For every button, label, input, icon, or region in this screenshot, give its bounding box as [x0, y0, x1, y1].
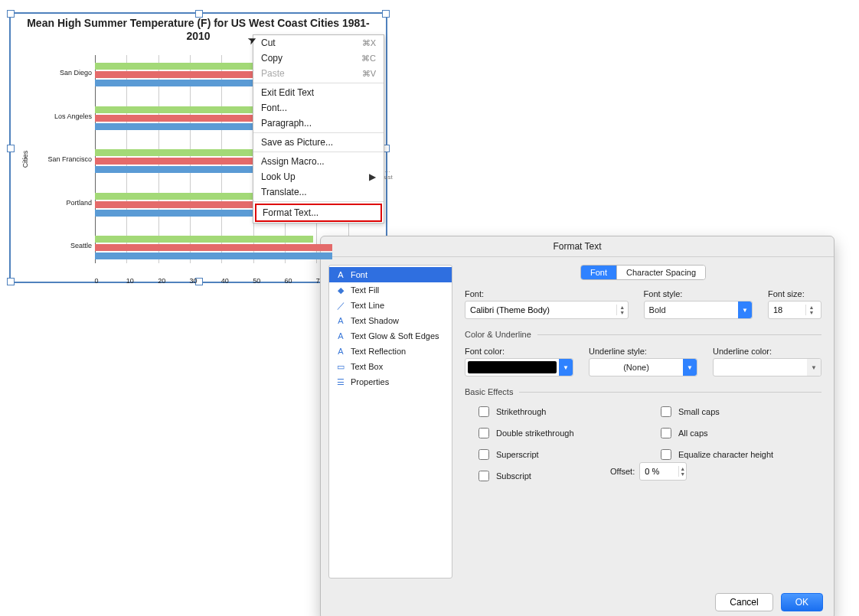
- label-font-size: Font size:: [768, 289, 821, 298]
- shadow-icon: A: [335, 315, 346, 326]
- category-label: Los Angeles: [38, 112, 95, 120]
- underline-style-dropdown[interactable]: (None) ▼: [589, 358, 697, 376]
- category-label: Portland: [38, 199, 95, 207]
- menu-item-cut[interactable]: Cut⌘X: [253, 35, 384, 51]
- cancel-button[interactable]: Cancel: [715, 593, 772, 611]
- section-heading-color-underline: Color & Underline: [465, 330, 821, 339]
- label-underline-style: Underline style:: [589, 347, 697, 356]
- font-color-dropdown[interactable]: ▼: [465, 358, 573, 376]
- chevron-down-icon: ▼: [738, 301, 752, 318]
- sidebar-item-label: Text Reflection: [351, 347, 406, 356]
- dialog-main: Font Character Spacing Font: ▲▼ Font sty…: [452, 257, 834, 586]
- fill-icon: ◆: [335, 285, 346, 295]
- format-text-dialog: Format Text AFont◆Text Fill／Text LineATe…: [320, 236, 835, 616]
- label-offset: Offset:: [610, 467, 635, 476]
- category-label: San Francisco: [38, 155, 95, 163]
- resize-handle[interactable]: [7, 278, 15, 285]
- y-axis-label: Cities: [21, 151, 29, 168]
- textbox-icon: ▭: [335, 361, 346, 372]
- submenu-arrow-icon: ▶: [369, 171, 376, 182]
- tab-font[interactable]: Font: [581, 266, 616, 279]
- glow-icon: A: [335, 331, 346, 341]
- context-menu: ➤ Cut⌘X Copy⌘C Paste⌘V Exit Edit Text Fo…: [253, 34, 384, 223]
- sidebar-item-text-glow-soft-edges[interactable]: AText Glow & Soft Edges: [329, 328, 452, 344]
- sidebar-item-label: Text Fill: [351, 285, 379, 295]
- menu-item-format-text[interactable]: Format Text...: [255, 204, 382, 222]
- line-icon: ／: [335, 300, 346, 311]
- label-font-color: Font color:: [465, 347, 573, 356]
- menu-separator: [253, 83, 384, 83]
- offset-input[interactable]: ▲▼: [639, 462, 687, 481]
- menu-item-assign-macro[interactable]: Assign Macro...: [253, 154, 384, 169]
- sidebar-item-label: Text Box: [351, 362, 383, 371]
- chevron-down-icon: ▼: [559, 359, 573, 376]
- checkbox-equalize-height[interactable]: Equalize character height: [658, 447, 821, 462]
- bar[interactable]: [95, 253, 332, 259]
- checkbox-double-strikethrough[interactable]: Double strikethrough: [475, 425, 639, 441]
- sidebar-item-text-fill[interactable]: ◆Text Fill: [329, 282, 452, 298]
- sidebar: AFont◆Text Fill／Text LineAText ShadowATe…: [328, 265, 452, 579]
- menu-item-copy[interactable]: Copy⌘C: [253, 51, 384, 66]
- menu-item-exit-edit-text[interactable]: Exit Edit Text: [253, 85, 384, 100]
- properties-icon: ☰: [335, 376, 346, 387]
- font-size-input[interactable]: ▲▼: [768, 301, 821, 319]
- menu-item-look-up[interactable]: Look Up▶: [253, 169, 384, 184]
- checkbox-all-caps[interactable]: All caps: [658, 425, 821, 441]
- sidebar-item-label: Font: [351, 270, 367, 279]
- menu-item-font[interactable]: Font...: [253, 100, 384, 116]
- label-font: Font:: [465, 289, 629, 298]
- resize-handle[interactable]: [195, 10, 203, 18]
- font-input[interactable]: [465, 301, 616, 318]
- menu-item-paste: Paste⌘V: [253, 66, 384, 81]
- stepper-icon[interactable]: ▲▼: [805, 305, 817, 315]
- chevron-down-icon: ▼: [807, 359, 821, 376]
- checkbox-superscript[interactable]: Superscript: [475, 447, 539, 462]
- font-combo[interactable]: ▲▼: [465, 301, 629, 319]
- resize-handle[interactable]: [7, 10, 15, 18]
- section-heading-basic-effects: Basic Effects: [465, 387, 821, 396]
- sidebar-item-properties[interactable]: ☰Properties: [329, 374, 452, 389]
- category-label: San Diego: [38, 69, 95, 77]
- stepper-icon[interactable]: ▲▼: [616, 305, 628, 315]
- sidebar-item-text-shadow[interactable]: AText Shadow: [329, 313, 452, 328]
- bar-row: Seattle: [38, 231, 380, 260]
- ok-button[interactable]: OK: [781, 593, 823, 611]
- bar[interactable]: [95, 236, 313, 243]
- menu-item-translate[interactable]: Translate...: [253, 184, 384, 200]
- tab-character-spacing[interactable]: Character Spacing: [616, 266, 705, 279]
- bar[interactable]: [95, 244, 332, 251]
- font-style-dropdown[interactable]: Bold ▼: [644, 301, 753, 319]
- underline-color-dropdown[interactable]: ▼: [713, 358, 821, 376]
- menu-item-paragraph[interactable]: Paragraph...: [253, 116, 384, 131]
- legend-fragment: …ust: [384, 167, 393, 181]
- tab-bar: Font Character Spacing: [580, 265, 706, 280]
- resize-handle[interactable]: [382, 10, 390, 18]
- sidebar-item-text-line[interactable]: ／Text Line: [329, 298, 452, 313]
- resize-handle[interactable]: [7, 145, 15, 152]
- menu-separator: [253, 132, 384, 133]
- checkbox-small-caps[interactable]: Small caps: [658, 404, 821, 419]
- reflection-icon: A: [335, 346, 346, 357]
- sidebar-item-label: Text Shadow: [351, 316, 399, 325]
- menu-separator: [253, 152, 384, 152]
- sidebar-item-text-box[interactable]: ▭Text Box: [329, 359, 452, 374]
- label-font-style: Font style:: [644, 289, 753, 298]
- chevron-down-icon: ▼: [683, 359, 697, 376]
- dialog-title: Format Text: [321, 236, 834, 257]
- menu-separator: [253, 201, 384, 202]
- sidebar-item-label: Text Glow & Soft Edges: [351, 331, 439, 341]
- sidebar-item-label: Properties: [351, 377, 389, 386]
- stepper-icon[interactable]: ▲▼: [678, 466, 686, 477]
- checkbox-strikethrough[interactable]: Strikethrough: [475, 404, 639, 419]
- category-label: Seattle: [38, 242, 95, 249]
- sidebar-item-font[interactable]: AFont: [329, 267, 452, 282]
- font-icon: A: [335, 269, 346, 280]
- sidebar-item-label: Text Line: [351, 301, 384, 310]
- sidebar-item-text-reflection[interactable]: AText Reflection: [329, 344, 452, 359]
- label-underline-color: Underline color:: [713, 347, 821, 356]
- menu-item-save-as-picture[interactable]: Save as Picture...: [253, 135, 384, 150]
